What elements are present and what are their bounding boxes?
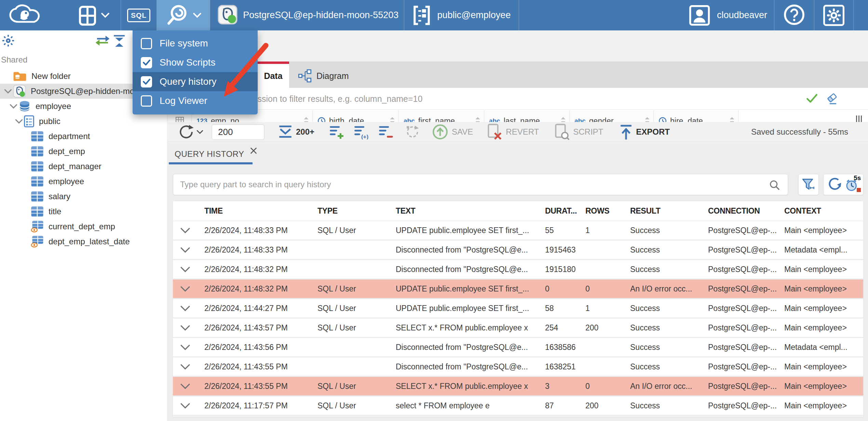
sidebar-settings-gear-icon[interactable] [2,35,14,48]
sql-editor-button[interactable]: SQL [121,0,157,30]
rollback-button[interactable] [405,124,420,140]
query-history-table: TIME TYPE TEXT DURAT... ROWS RESULT CONN… [173,201,863,417]
expand-chevron-icon[interactable] [173,363,204,370]
expand-chevron-icon[interactable] [173,402,204,409]
tab-diagram[interactable]: Diagram [289,64,357,88]
tab-query-history[interactable]: QUERY HISTORY [169,145,265,164]
new-connection-button[interactable] [72,0,116,30]
sync-connection-icon[interactable] [95,35,110,47]
column-header-hire-date[interactable]: hire_date [654,110,738,122]
tree-item-table[interactable]: dept_emp [0,144,167,159]
table-icon [31,206,44,217]
menu-item-file-system[interactable]: File system [133,34,258,53]
export-button[interactable]: EXPORT [620,124,670,140]
chevron-down-icon[interactable] [14,119,24,124]
tree-item-view[interactable]: current_dept_emp [0,219,167,234]
tools-menu-button[interactable] [157,0,210,30]
tab-data[interactable]: Data [257,62,289,88]
col-connection[interactable]: CONNECTION [708,206,784,216]
save-button[interactable]: SAVE [432,124,473,140]
column-header-first-name[interactable]: abc first_name [399,110,484,122]
script-button[interactable]: SCRIPT [554,123,603,140]
column-header-gender[interactable]: abc gender [570,110,654,122]
schema-selector[interactable]: public@employee [404,0,519,30]
sort-icon[interactable] [303,117,309,122]
sort-icon[interactable] [645,117,650,122]
sort-icon[interactable] [560,117,566,122]
tree-item-table[interactable]: department [0,129,167,144]
tree-item-view[interactable]: dept_emp_latest_date [0,234,167,249]
help-button[interactable] [774,0,814,30]
collapse-all-icon[interactable] [113,35,126,49]
cell-result: Success [630,401,708,410]
history-refresh-icon[interactable] [827,176,842,193]
expand-chevron-icon[interactable] [173,227,204,234]
history-row[interactable]: 2/26/2024, 11:48:32 PM Disconnected from… [173,260,863,280]
expand-chevron-icon[interactable] [173,246,204,253]
tree-item-schema[interactable]: public [0,114,167,129]
col-rows[interactable]: ROWS [585,206,630,216]
expand-chevron-icon[interactable] [173,324,204,331]
tree-item-table[interactable]: salary [0,189,167,204]
expand-chevron-icon[interactable] [173,344,204,351]
col-time[interactable]: TIME [204,206,317,216]
history-row-error[interactable]: 2/26/2024, 11:48:32 PM SQL / User UPDATE… [173,280,863,299]
tree-item-table[interactable]: title [0,204,167,219]
checkbox-unchecked-icon[interactable] [141,95,152,107]
tree-item-table[interactable]: employee [0,174,167,189]
expand-chevron-icon[interactable] [173,285,204,292]
apply-filter-icon[interactable] [806,93,818,105]
close-icon[interactable] [249,147,258,156]
clear-filter-eraser-icon[interactable] [826,93,838,106]
history-row[interactable]: 2/26/2024, 11:43:56 PM Disconnected from… [173,338,863,357]
history-search-input[interactable] [180,174,758,195]
fetch-size-input[interactable] [212,124,265,140]
user-menu-button[interactable]: cloudbeaver [682,0,774,30]
cell-rows: 200 [585,401,630,410]
column-header-last-name[interactable]: abc last_name [484,110,570,122]
history-row[interactable]: 2/26/2024, 11:17:57 PM SQL / User select… [173,396,863,416]
settings-button[interactable] [814,0,853,30]
checkbox-checked-icon[interactable] [141,76,152,87]
cell-connection: PostgreSQL@ep-... [708,362,784,371]
sort-icon[interactable] [475,117,480,122]
expand-chevron-icon[interactable] [173,266,204,273]
col-duration[interactable]: DURAT... [545,206,585,216]
expand-chevron-icon[interactable] [173,305,204,312]
connection-name: PostgreSQL@ep-hidden-moon-55203 [243,10,398,21]
column-settings-icon[interactable] [856,116,862,122]
connection-selector[interactable]: PostgreSQL@ep-hidden-moon-55203 [210,0,404,30]
expand-chevron-icon[interactable] [173,383,204,390]
delete-row-button[interactable] [378,124,394,139]
chevron-down-icon[interactable] [8,104,18,109]
tree-item-table[interactable]: dept_manager [0,159,167,174]
result-filter-input[interactable] [236,88,800,110]
menu-item-query-history[interactable]: Query history [133,72,258,91]
checkbox-checked-icon[interactable] [141,57,152,68]
column-headers-filler [738,110,868,122]
menu-item-show-scripts[interactable]: Show Scripts [133,53,258,72]
sort-icon[interactable] [729,117,735,122]
col-text[interactable]: TEXT [396,206,545,216]
history-row-error[interactable]: 2/26/2024, 11:43:55 PM SQL / User SELECT… [173,377,863,396]
add-row-button[interactable] [329,124,344,139]
revert-button[interactable]: REVERT [487,123,539,140]
sort-icon[interactable] [390,117,395,122]
history-filter-button[interactable] [798,174,819,195]
history-row[interactable]: 2/26/2024, 11:48:33 PM SQL / User UPDATE… [173,221,863,241]
col-context[interactable]: CONTEXT [784,206,863,216]
history-row[interactable]: 2/26/2024, 11:43:55 PM Disconnected from… [173,357,863,377]
checkbox-unchecked-icon[interactable] [141,38,152,49]
auto-refresh-timer-icon[interactable]: 5s [846,177,859,192]
history-row[interactable]: 2/26/2024, 11:44:27 PM SQL / User UPDATE… [173,299,863,318]
fetch-more-button[interactable]: 200+ [278,125,314,139]
col-result[interactable]: RESULT [630,206,708,216]
duplicate-row-button[interactable]: (+) [353,124,369,139]
history-row[interactable]: 2/26/2024, 11:43:57 PM SQL / User SELECT… [173,318,863,338]
column-header-birth-date[interactable]: birth_date [313,110,399,122]
menu-item-log-viewer[interactable]: Log Viewer [133,91,258,110]
history-row[interactable]: 2/26/2024, 11:48:33 PM Disconnected from… [173,241,863,260]
refresh-button[interactable] [178,124,203,140]
col-type[interactable]: TYPE [317,206,396,216]
chevron-down-icon[interactable] [3,89,13,94]
